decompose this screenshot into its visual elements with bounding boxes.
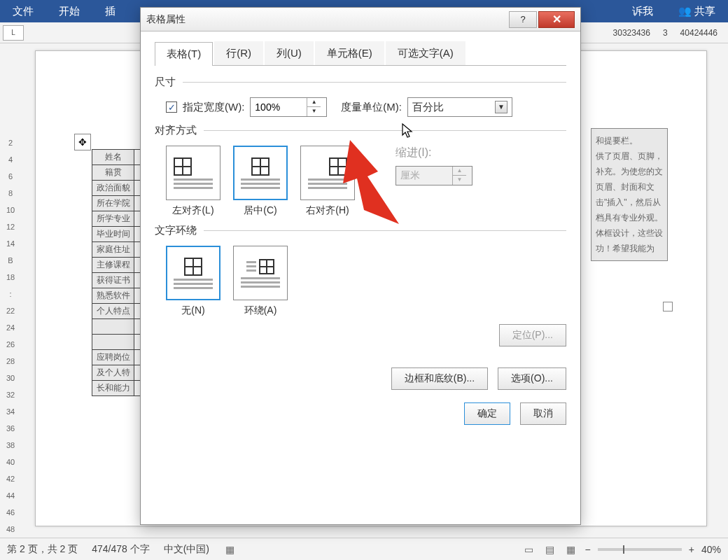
spin-up-icon[interactable]: ▲ — [307, 98, 321, 107]
align-left-icon — [174, 158, 192, 176]
align-right-option[interactable]: 右对齐(H) — [300, 146, 355, 217]
status-icon[interactable]: ▦ — [223, 542, 237, 556]
align-left-caption: 左对齐(L) — [172, 204, 214, 217]
vertical-ruler: 4846444240383634323028262422:18B14121086… — [0, 43, 21, 538]
wrap-none-caption: 无(N) — [181, 304, 204, 317]
dialog-close-button[interactable]: ✕ — [538, 11, 575, 28]
table-row-label[interactable] — [92, 335, 134, 350]
ribbon-share[interactable]: 👥 共享 — [666, 1, 728, 22]
table-move-handle[interactable]: ✥ — [74, 134, 91, 150]
status-bar: 第 2 页，共 2 页 474/478 个字 中文(中国) ▦ ▭ ▤ ▦ − … — [0, 538, 728, 560]
wrap-section-label: 文字环绕 — [155, 224, 566, 237]
tab-cell[interactable]: 单元格(E) — [315, 41, 384, 65]
table-row-label[interactable]: 所学专业 — [92, 211, 134, 227]
vruler-tick: 36 — [6, 424, 15, 433]
dialog-title-text: 表格属性 — [146, 13, 507, 26]
side-text-line: 功！希望我能为 — [596, 241, 663, 256]
side-text-line: 页眉、封面和文 — [596, 179, 663, 195]
measure-unit-label: 度量单位(M): — [341, 101, 402, 114]
table-row-label[interactable]: 获得证书 — [92, 273, 134, 288]
vruler-tick: 10 — [6, 206, 15, 214]
table-row-label[interactable]: 政治面貌 — [92, 181, 134, 196]
cancel-button[interactable]: 取消 — [520, 402, 566, 425]
positioning-button: 定位(P)... — [499, 324, 566, 346]
vruler-tick: 14 — [6, 239, 15, 248]
align-left-option[interactable]: 左对齐(L) — [166, 146, 220, 217]
wrap-none-option[interactable]: 无(N) — [166, 246, 220, 317]
table-row-label[interactable]: 所在学院 — [92, 196, 134, 211]
ruler-num: 40424446 — [677, 26, 721, 40]
preferred-width-checkbox[interactable]: ✓ — [166, 102, 177, 113]
resize-handle[interactable] — [663, 302, 673, 312]
table-row-label[interactable]: 长和能力 — [92, 381, 134, 396]
measure-unit-value: 百分比 — [412, 101, 444, 114]
wrap-none-icon — [184, 258, 202, 276]
table-row-label[interactable]: 应聘岗位 — [92, 350, 134, 365]
dialog-help-button[interactable]: ? — [509, 11, 537, 28]
table-row-label[interactable]: 姓名 — [92, 150, 134, 165]
preferred-width-field[interactable] — [251, 102, 307, 113]
ribbon-insert[interactable]: 插 — [92, 1, 128, 22]
ruler-num: 3 — [659, 26, 671, 40]
chevron-down-icon[interactable]: ▼ — [495, 101, 507, 113]
vruler-tick: 32 — [6, 391, 15, 399]
status-language[interactable]: 中文(中国) — [164, 543, 209, 556]
table-row-label[interactable]: 家庭住址 — [92, 242, 134, 258]
borders-shading-button[interactable]: 边框和底纹(B)... — [391, 368, 488, 390]
ruler-corner: L — [3, 25, 24, 41]
ruler-num: 30323436 — [610, 26, 654, 40]
zoom-out[interactable]: − — [585, 544, 591, 555]
vruler-tick: 38 — [6, 441, 15, 449]
align-center-option[interactable]: 居中(C) — [233, 146, 288, 217]
view-read-icon[interactable]: ▭ — [522, 542, 536, 556]
vruler-tick: 28 — [6, 357, 15, 365]
table-row-label[interactable] — [92, 319, 134, 335]
preferred-width-input[interactable]: ▲▼ — [250, 97, 327, 117]
vruler-tick: 48 — [6, 525, 15, 533]
spin-down-icon[interactable]: ▼ — [307, 107, 321, 116]
ok-button[interactable]: 确定 — [464, 402, 510, 425]
vruler-tick: 30 — [6, 374, 15, 382]
alignment-section-label: 对齐方式 — [155, 124, 566, 137]
vruler-tick: 22 — [6, 307, 15, 315]
width-spinner[interactable]: ▲▼ — [307, 98, 321, 116]
table-row-label[interactable]: 籍贯 — [92, 165, 134, 181]
tab-column[interactable]: 列(U) — [265, 41, 314, 65]
vruler-tick: 8 — [8, 189, 13, 197]
ribbon-file[interactable]: 文件 — [0, 1, 46, 22]
view-print-icon[interactable]: ▤ — [543, 542, 557, 556]
vruler-tick: 2 — [8, 139, 13, 147]
align-center-icon — [251, 158, 270, 176]
align-right-icon — [329, 158, 347, 176]
ribbon-tellme[interactable]: 诉我 — [620, 1, 666, 22]
zoom-in[interactable]: + — [689, 544, 694, 555]
zoom-slider[interactable] — [598, 548, 682, 551]
status-page[interactable]: 第 2 页，共 2 页 — [7, 543, 78, 556]
vruler-tick: 26 — [6, 340, 15, 349]
ribbon-home[interactable]: 开始 — [46, 1, 92, 22]
table-row-label[interactable]: 主修课程 — [92, 258, 134, 273]
wrap-around-option[interactable]: 环绕(A) — [233, 246, 288, 317]
vruler-tick: 6 — [8, 172, 13, 181]
options-button[interactable]: 选项(O)... — [498, 368, 566, 390]
table-row-label[interactable]: 毕业时间 — [92, 227, 134, 242]
table-row-label[interactable]: 个人特点 — [92, 304, 134, 319]
tab-row[interactable]: 行(R) — [214, 41, 263, 65]
status-words[interactable]: 474/478 个字 — [92, 543, 150, 556]
tab-alttext[interactable]: 可选文字(A) — [386, 41, 465, 65]
zoom-level[interactable]: 40% — [701, 544, 721, 555]
measure-unit-select[interactable]: 百分比 ▼ — [407, 97, 512, 117]
table-row-label[interactable]: 熟悉软件 — [92, 288, 134, 304]
vruler-tick: B — [8, 256, 13, 265]
align-center-caption: 居中(C) — [244, 204, 276, 217]
wrap-around-icon — [259, 259, 274, 274]
dialog-titlebar[interactable]: 表格属性 ? ✕ — [141, 8, 580, 31]
side-text-line: 击"插入"，然后从 — [596, 195, 663, 210]
side-text-line: 档具有专业外观。 — [596, 210, 663, 225]
side-text-panel: 和提要栏。供了页眉、页脚，补充。为使您的文页眉、封面和文击"插入"，然后从档具有… — [591, 128, 668, 261]
view-web-icon[interactable]: ▦ — [564, 542, 578, 556]
table-row-label[interactable]: 及个人特 — [92, 365, 134, 381]
size-section-label: 尺寸 — [155, 76, 566, 89]
tab-table[interactable]: 表格(T) — [155, 42, 213, 66]
indent-field — [396, 170, 452, 181]
